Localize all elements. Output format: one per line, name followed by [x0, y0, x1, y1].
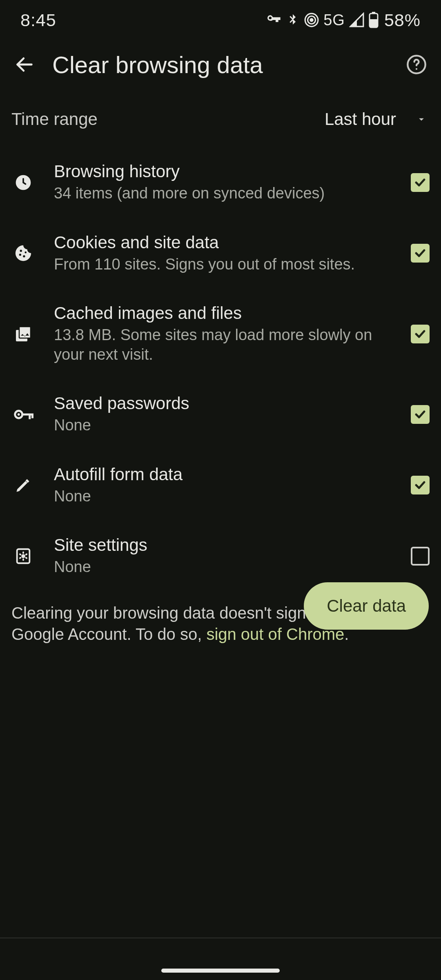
item-title: Site settings — [54, 535, 392, 555]
checkbox-browsing-history[interactable] — [411, 173, 430, 192]
pencil-icon — [14, 476, 32, 494]
status-time: 8:45 — [20, 10, 56, 30]
status-bar: 8:45 5G 58% — [0, 0, 441, 40]
svg-point-12 — [23, 255, 25, 257]
checkbox-cookies[interactable] — [411, 244, 430, 263]
cookie-icon — [14, 244, 33, 263]
svg-point-13 — [24, 252, 27, 254]
svg-point-19 — [21, 554, 25, 558]
time-range-value: Last hour — [325, 109, 396, 129]
check-icon — [413, 327, 427, 341]
signal-icon — [349, 12, 365, 28]
svg-point-17 — [18, 413, 20, 416]
hotspot-icon — [304, 12, 319, 28]
help-icon — [406, 54, 427, 75]
gesture-nav-bar[interactable] — [161, 969, 280, 973]
item-subtitle: 34 items (and more on synced devices) — [54, 184, 392, 203]
item-title: Cached images and files — [54, 303, 392, 323]
app-bar: Clear browsing data — [0, 40, 441, 89]
checkbox-site-settings[interactable] — [411, 547, 430, 566]
check-icon — [413, 408, 427, 421]
bluetooth-icon — [286, 13, 300, 27]
item-cache[interactable]: Cached images and files 13.8 MB. Some si… — [0, 289, 441, 379]
images-icon — [13, 324, 33, 344]
options-list: Browsing history 34 items (and more on s… — [0, 147, 441, 592]
item-subtitle: 13.8 MB. Some sites may load more slowly… — [54, 325, 392, 364]
check-icon — [413, 478, 427, 492]
back-button[interactable] — [11, 51, 38, 78]
battery-percentage: 58% — [384, 10, 421, 30]
bottom-divider — [0, 938, 441, 938]
help-button[interactable] — [403, 51, 430, 78]
item-subtitle: None — [54, 416, 392, 435]
key-icon — [265, 12, 282, 28]
check-icon — [413, 176, 427, 189]
svg-point-11 — [19, 254, 21, 256]
time-range-label: Time range — [11, 109, 98, 129]
time-range-value-wrap: Last hour — [325, 109, 427, 129]
checkbox-passwords[interactable] — [411, 405, 430, 424]
item-title: Saved passwords — [54, 394, 392, 413]
item-subtitle: None — [54, 557, 392, 577]
item-title: Cookies and site data — [54, 233, 392, 252]
clock-icon — [14, 174, 32, 192]
time-range-row[interactable]: Time range Last hour — [0, 89, 441, 147]
svg-point-0 — [310, 19, 313, 21]
item-subtitle: None — [54, 487, 392, 506]
network-type: 5G — [323, 11, 345, 29]
battery-icon — [369, 12, 379, 28]
item-autofill[interactable]: Autofill form data None — [0, 450, 441, 521]
item-browsing-history[interactable]: Browsing history 34 items (and more on s… — [0, 147, 441, 218]
svg-point-8 — [416, 68, 417, 70]
site-settings-icon — [14, 547, 33, 566]
item-cookies[interactable]: Cookies and site data From 110 sites. Si… — [0, 218, 441, 289]
checkbox-cache[interactable] — [411, 325, 430, 343]
item-subtitle: From 110 sites. Signs you out of most si… — [54, 255, 392, 274]
item-title: Browsing history — [54, 162, 392, 181]
clear-data-button[interactable]: Clear data — [304, 582, 429, 630]
check-icon — [413, 246, 427, 260]
checkbox-autofill[interactable] — [411, 476, 430, 494]
arrow-left-icon — [14, 54, 35, 75]
item-title: Autofill form data — [54, 465, 392, 484]
svg-point-10 — [20, 250, 22, 252]
key-icon — [12, 403, 34, 425]
chevron-down-icon — [416, 114, 427, 125]
status-right: 5G 58% — [265, 10, 421, 30]
page-title: Clear browsing data — [52, 51, 389, 78]
svg-rect-5 — [370, 19, 378, 27]
item-site-settings[interactable]: Site settings None — [0, 521, 441, 592]
item-passwords[interactable]: Saved passwords None — [0, 379, 441, 450]
